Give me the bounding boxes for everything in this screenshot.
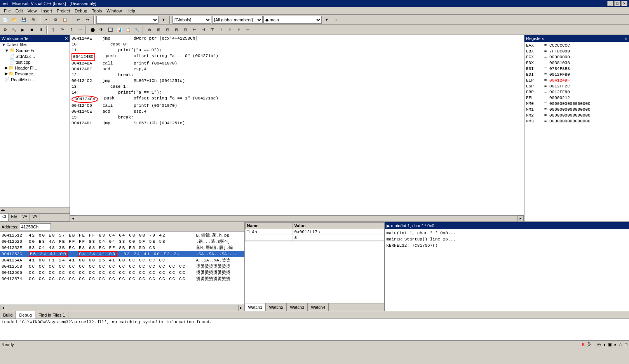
taskbar-dot: · xyxy=(594,342,595,347)
output-tab-build[interactable]: Build xyxy=(0,311,16,319)
ws-tab-va1[interactable]: VA xyxy=(20,214,30,221)
watch-tab-4[interactable]: Watch4 xyxy=(308,303,329,311)
watch-panel: Name Value □ &a 0x0012ff7c 3 xyxy=(245,222,385,311)
tree-item-readme[interactable]: 📄 ReadMe.tx... xyxy=(0,77,70,82)
output-tab-find[interactable]: Find in Files 1 xyxy=(35,311,68,319)
menu-file[interactable]: File xyxy=(2,8,13,14)
debug-stop-btn[interactable]: ⏹ xyxy=(28,26,36,34)
ws-tab-classes[interactable]: Cl xyxy=(0,214,9,221)
watch-tab-2[interactable]: Watch2 xyxy=(266,303,287,311)
toolbar-browse-btn[interactable]: ▼ xyxy=(159,16,168,24)
disassembly-content[interactable]: 004124AE jmp dword ptr [ecx*4+41253Ch] 1… xyxy=(70,35,524,215)
ws-tab-va2[interactable]: VA xyxy=(30,214,40,221)
save-all-btn[interactable]: ⊞ xyxy=(29,16,37,24)
debug-breakpoint-btn[interactable]: ⬤ xyxy=(88,26,97,34)
reg-eax-eq: = xyxy=(542,43,549,49)
watch-val-3 xyxy=(293,241,384,242)
watch-tab-3[interactable]: Watch3 xyxy=(287,303,308,311)
debug-extra10[interactable]: ⊦ xyxy=(226,26,234,34)
debug-compile-btn[interactable]: ⚙ xyxy=(1,26,9,34)
debug-run-cursor[interactable]: ⤏ xyxy=(76,26,84,34)
taskbar-mic-icon: ♦ xyxy=(603,342,606,347)
new-file-btn[interactable]: 📄 xyxy=(1,16,9,24)
tree-item-resource[interactable]: ▶ 📁 Resource... xyxy=(0,71,70,77)
debug-memory-btn[interactable]: 🔲 xyxy=(106,26,115,34)
debug-watch-btn[interactable]: 👁 xyxy=(97,26,106,34)
redo-btn[interactable]: ↪ xyxy=(83,16,92,24)
menu-window[interactable]: Window xyxy=(104,8,124,14)
function-select[interactable]: ◆ main xyxy=(263,16,322,24)
cut-btn[interactable]: ✂ xyxy=(42,16,51,24)
debug-extra12[interactable]: ⊨ xyxy=(244,26,252,34)
menu-tools[interactable]: Tools xyxy=(90,8,105,14)
tree-item-source[interactable]: ▼ 📁 Source Fi... xyxy=(0,47,70,53)
tree-item-test-cpp[interactable]: 📄 test.cpp xyxy=(0,59,70,65)
globals-select[interactable]: [Globals] xyxy=(172,16,211,24)
debug-step-over[interactable]: ↷ xyxy=(58,26,66,34)
extra-btn[interactable]: ↕ xyxy=(332,16,340,24)
expand-icon-a: □ xyxy=(247,230,252,234)
save-btn[interactable]: 💾 xyxy=(19,16,28,24)
debug-disasm-btn[interactable]: 🔧 xyxy=(133,26,141,34)
restore-button[interactable]: □ xyxy=(614,1,620,6)
tree-item-root[interactable]: ▼ 🗂 test files xyxy=(0,42,70,47)
disasm-addr-5: 004124BA xyxy=(71,61,103,66)
disasm-hscrollbar[interactable]: ◀ ▶ xyxy=(70,215,524,221)
debug-register-btn[interactable]: 📊 xyxy=(115,26,124,34)
open-btn[interactable]: 📂 xyxy=(10,16,19,24)
reg-esi: ESI = 07B4F8E8 xyxy=(526,66,627,72)
debug-extra2[interactable]: ⊞ xyxy=(154,26,163,34)
paste-btn[interactable]: 📋 xyxy=(61,16,69,24)
debug-call-btn[interactable]: 📋 xyxy=(124,26,132,34)
menu-project[interactable]: Project xyxy=(54,8,72,14)
output-tab-debug[interactable]: Debug xyxy=(16,311,35,319)
debug-pause-btn[interactable]: ⏸ xyxy=(37,26,45,34)
register-close-btn[interactable]: ✕ xyxy=(624,37,627,41)
menu-insert[interactable]: Insert xyxy=(39,8,54,14)
mem-line-5: 0041254A 41 00 F1 24 41 00 00 25 41 00 C… xyxy=(0,257,244,263)
ws-tab-files[interactable]: File xyxy=(9,214,20,221)
debug-extra7[interactable]: ⊣ xyxy=(199,26,207,34)
debug-extra3[interactable]: ⊟ xyxy=(163,26,172,34)
mem-addr-8: 00412574 xyxy=(2,276,29,282)
tree-resource-expand-icon: ▶ xyxy=(5,71,8,76)
mem-scroll-left[interactable]: ◀ xyxy=(0,305,6,311)
members-select[interactable]: [All global members] xyxy=(212,16,263,24)
debug-run-btn[interactable]: ▶ xyxy=(19,26,27,34)
debug-step-into[interactable]: ⤵ xyxy=(49,26,57,34)
debug-extra6[interactable]: ⊢ xyxy=(190,26,199,34)
menu-debug[interactable]: Debug xyxy=(72,8,89,14)
function-browse-btn[interactable]: ▼ xyxy=(322,16,331,24)
copy-btn[interactable]: ⧉ xyxy=(51,16,60,24)
toolbar-file-select[interactable] xyxy=(96,16,159,24)
workspace-close-btn[interactable]: ✕ xyxy=(64,36,68,41)
debug-extra8[interactable]: ⊤ xyxy=(208,26,216,34)
tree-item-stdafx[interactable]: 📄 StdAfx.c... xyxy=(0,53,70,59)
reg-ebp-eq: = xyxy=(542,89,549,95)
scroll-right-btn[interactable]: ▶ xyxy=(517,216,524,222)
close-button[interactable]: ✕ xyxy=(621,1,627,6)
debug-build-btn[interactable]: 🔨 xyxy=(10,26,18,34)
undo-btn[interactable]: ↩ xyxy=(74,16,82,24)
reg-eax-val: CCCCCCCC xyxy=(549,43,570,49)
minimize-button[interactable]: _ xyxy=(607,1,613,6)
menu-help[interactable]: Help xyxy=(124,8,138,14)
debug-extra5[interactable]: ⊡ xyxy=(181,26,190,34)
debug-extra11[interactable]: ⊧ xyxy=(235,26,243,34)
disasm-op-1: jmp xyxy=(103,36,134,42)
tree-item-header[interactable]: ▶ 📁 Header Fi... xyxy=(0,65,70,71)
debug-extra4[interactable]: ⊠ xyxy=(172,26,181,34)
taskbar-star-icon: ☆ xyxy=(619,342,622,347)
debug-extra1[interactable]: ⊕ xyxy=(145,26,154,34)
debug-step-out[interactable]: ⤴ xyxy=(67,26,75,34)
memory-address-input[interactable] xyxy=(20,223,51,230)
mem-bytes-3: 83 C4 48 3B EC E8 68 EC FF 8B E5 5D C3 xyxy=(29,245,195,251)
status-text: Ready xyxy=(2,342,14,347)
reg-edx-name: EDX xyxy=(526,60,542,66)
menu-view[interactable]: View xyxy=(25,8,39,14)
debug-extra9[interactable]: ⊥ xyxy=(217,26,225,34)
menu-edit[interactable]: Edit xyxy=(13,8,25,14)
scroll-left-btn[interactable]: ◀ xyxy=(70,216,76,222)
watch-tab-1[interactable]: Watch1 xyxy=(245,303,266,311)
mem-scroll-right[interactable]: ▶ xyxy=(238,305,244,311)
